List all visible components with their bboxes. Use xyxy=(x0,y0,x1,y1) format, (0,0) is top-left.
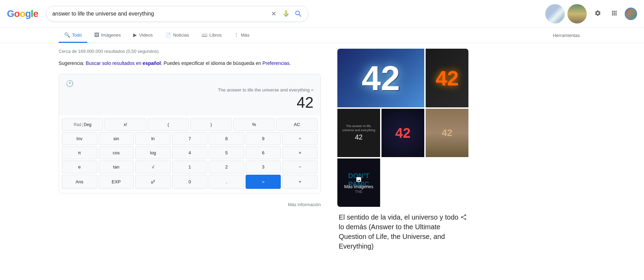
apps-icon xyxy=(611,10,618,17)
calc-7-button[interactable]: 7 xyxy=(172,132,208,145)
calc-sqrt-button[interactable]: √ xyxy=(135,161,171,173)
calc-divide-button[interactable]: ÷ xyxy=(282,132,318,145)
share-button[interactable] xyxy=(460,214,467,222)
calc-power-button[interactable]: xy xyxy=(135,175,171,189)
calc-row-2: Inv sin ln 7 8 9 ÷ xyxy=(62,132,318,145)
image-overlay-icon xyxy=(356,176,362,183)
calc-history-button[interactable]: 🕐 xyxy=(66,80,73,87)
search-input[interactable]: answer to life the universe and everythi… xyxy=(52,11,270,17)
calc-ac-button[interactable]: AC xyxy=(276,118,318,131)
calc-dot-button[interactable]: . xyxy=(209,175,244,189)
user-avatar[interactable] xyxy=(625,8,637,20)
suggestion: Sugerencia: Buscar solo resultados en es… xyxy=(59,59,321,67)
thumbnail-images xyxy=(545,3,587,24)
microphone-icon[interactable] xyxy=(282,10,290,18)
calc-row-3: π cos log 4 5 6 × xyxy=(62,146,318,159)
image-book[interactable]: The answer to life, universe and everyth… xyxy=(337,109,380,157)
tab-imagenes[interactable]: 🖼 Imágenes xyxy=(89,28,126,43)
image-42-orange-text: 42 xyxy=(436,66,459,90)
calculator-widget: 🕐 The answer to life the universe and ev… xyxy=(59,74,321,193)
calc-row-4: e tan √ 1 2 3 − xyxy=(62,161,318,173)
thumbnail-2 xyxy=(567,3,587,24)
calc-equals-button[interactable]: = xyxy=(246,175,281,189)
image-42-orange[interactable]: 42 xyxy=(426,49,468,107)
more-info-anchor[interactable]: Más información xyxy=(288,202,321,207)
apps-button[interactable] xyxy=(608,7,621,21)
noticias-icon: 📄 xyxy=(165,32,171,38)
tab-imagenes-label: Imágenes xyxy=(101,32,121,38)
calc-open-paren-button[interactable]: ( xyxy=(148,118,189,131)
share-icon xyxy=(460,214,467,221)
knowledge-panel: El sentido de la vida, el universo y tod… xyxy=(337,212,468,251)
calc-buttons: Rad | Deg x! ( ) % AC Inv sin ln 7 8 xyxy=(59,115,320,193)
imagenes-icon: 🖼 xyxy=(94,32,99,38)
calc-sin-button[interactable]: sin xyxy=(99,132,134,145)
calc-result: 42 xyxy=(66,94,314,111)
calc-log-button[interactable]: log xyxy=(135,146,171,159)
google-logo: Google xyxy=(7,8,38,19)
nav-tabs: 🔍 Todo 🖼 Imágenes ▶ Videos 📄 Noticias 📖 … xyxy=(0,28,644,43)
settings-button[interactable] xyxy=(592,7,604,21)
tab-todo[interactable]: 🔍 Todo xyxy=(59,28,87,43)
calc-factorial-button[interactable]: x! xyxy=(105,118,146,131)
calc-tan-button[interactable]: tan xyxy=(99,161,134,173)
thumbnail-1 xyxy=(545,3,565,24)
settings-icon xyxy=(594,10,601,17)
calc-9-button[interactable]: 9 xyxy=(246,132,281,145)
calc-add-button[interactable]: + xyxy=(282,175,318,189)
calc-e-button[interactable]: e xyxy=(62,161,97,173)
tab-videos-label: Videos xyxy=(139,32,153,38)
image-book-text: The answer to life, universe and everyth… xyxy=(340,124,377,141)
image-42-statue[interactable]: 42 xyxy=(426,109,468,157)
calc-rad-deg-button[interactable]: Rad | Deg xyxy=(62,118,103,131)
todo-icon: 🔍 xyxy=(64,32,70,38)
more-images-overlay[interactable]: Más imágenes xyxy=(337,158,380,207)
calc-row-5: Ans EXP xy 0 . = + xyxy=(62,175,318,189)
libros-icon: 📖 xyxy=(201,32,207,38)
more-info-link: Más información xyxy=(59,199,321,210)
suggestion-link1[interactable]: Buscar solo resultados en español xyxy=(86,60,161,66)
calc-subtract-button[interactable]: − xyxy=(282,161,318,173)
mas-icon: ⋮ xyxy=(234,32,239,38)
calc-row-1: Rad | Deg x! ( ) % AC xyxy=(62,118,318,131)
calc-5-button[interactable]: 5 xyxy=(209,146,244,159)
results-count: Cerca de 169.000.000 resultados (0,50 se… xyxy=(59,49,321,54)
calc-2-button[interactable]: 2 xyxy=(209,161,244,173)
more-images-label: Más imágenes xyxy=(344,184,374,189)
calc-1-button[interactable]: 1 xyxy=(172,161,208,173)
calc-0-button[interactable]: 0 xyxy=(172,175,208,189)
image-grid: 42 42 The answer to life, universe and e… xyxy=(337,49,468,207)
calc-multiply-button[interactable]: × xyxy=(282,146,318,159)
tab-noticias[interactable]: 📄 Noticias xyxy=(160,28,195,43)
tab-herramientas[interactable]: Herramientas xyxy=(547,29,585,42)
calc-ln-button[interactable]: ln xyxy=(135,132,171,145)
tab-noticias-label: Noticias xyxy=(173,32,189,38)
calc-exp-button[interactable]: EXP xyxy=(99,175,134,189)
calc-close-paren-button[interactable]: ) xyxy=(190,118,232,131)
calc-ans-button[interactable]: Ans xyxy=(62,175,97,189)
calc-8-button[interactable]: 8 xyxy=(209,132,244,145)
suggestion-prefix: Sugerencia: xyxy=(59,60,86,66)
calc-6-button[interactable]: 6 xyxy=(246,146,281,159)
image-42-atom-text: 42 xyxy=(395,125,411,141)
calc-3-button[interactable]: 3 xyxy=(246,161,281,173)
videos-icon: ▶ xyxy=(133,32,137,38)
calc-expression: The answer to life the universe and ever… xyxy=(66,87,314,93)
calc-pi-button[interactable]: π xyxy=(62,146,97,159)
tab-videos[interactable]: ▶ Videos xyxy=(128,28,158,43)
image-42-atom[interactable]: 42 xyxy=(382,109,424,157)
search-icon[interactable] xyxy=(294,10,303,18)
tab-mas-label: Más xyxy=(241,32,249,38)
calc-inv-button[interactable]: Inv xyxy=(62,132,97,145)
tab-libros[interactable]: 📖 Libros xyxy=(196,28,227,43)
header-right xyxy=(545,3,637,24)
calc-4-button[interactable]: 4 xyxy=(172,146,208,159)
preferences-link[interactable]: Preferencias xyxy=(262,60,290,66)
image-42-blue[interactable]: 42 xyxy=(337,49,424,107)
image-dont-panic[interactable]: DON'TPANIC THE Más imágenes xyxy=(337,158,380,207)
clear-button[interactable]: ✕ xyxy=(270,9,278,19)
tab-mas[interactable]: ⋮ Más xyxy=(228,28,255,43)
calc-percent-button[interactable]: % xyxy=(233,118,275,131)
calc-cos-button[interactable]: cos xyxy=(99,146,134,159)
search-bar: answer to life the universe and everythi… xyxy=(46,6,308,22)
